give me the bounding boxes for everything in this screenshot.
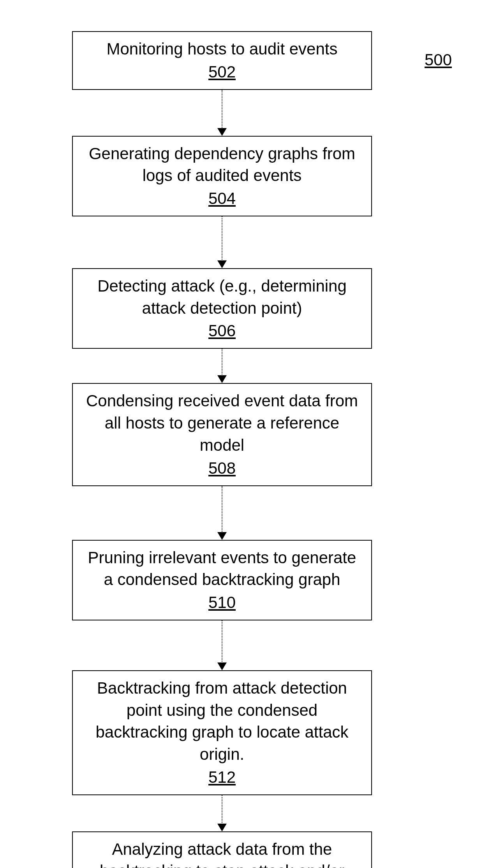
arrow-icon: [217, 216, 227, 268]
step-text: Condensing received event data from all …: [85, 390, 360, 456]
arrow-icon: [217, 90, 227, 136]
step-text: Backtracking from attack detection point…: [85, 677, 360, 766]
arrow-icon: [217, 620, 227, 670]
step-502: Monitoring hosts to audit events 502: [72, 31, 372, 90]
flowchart-container: Monitoring hosts to audit events 502 Gen…: [72, 31, 372, 868]
step-text: Detecting attack (e.g., determining atta…: [85, 275, 360, 319]
step-number: 502: [208, 63, 236, 81]
arrow-head-icon: [217, 662, 227, 670]
arrow-head-icon: [217, 824, 227, 831]
arrow-icon: [217, 795, 227, 831]
figure-reference-number: 500: [425, 51, 452, 69]
arrow-head-icon: [217, 532, 227, 540]
step-number: 508: [208, 459, 236, 478]
arrow-shaft: [222, 795, 222, 824]
arrow-head-icon: [217, 260, 227, 268]
step-506: Detecting attack (e.g., determining atta…: [72, 268, 372, 349]
step-number: 512: [208, 768, 236, 787]
step-508: Condensing received event data from all …: [72, 383, 372, 486]
arrow-icon: [217, 349, 227, 383]
arrow-shaft: [222, 486, 222, 533]
step-504: Generating dependency graphs from logs o…: [72, 136, 372, 216]
step-512: Backtracking from attack detection point…: [72, 670, 372, 795]
arrow-shaft: [222, 620, 222, 663]
arrow-icon: [217, 486, 227, 540]
step-text: Generating dependency graphs from logs o…: [85, 143, 360, 187]
step-number: 506: [208, 322, 236, 340]
arrow-shaft: [222, 216, 222, 261]
step-text: Monitoring hosts to audit events: [85, 38, 360, 60]
step-number: 504: [208, 189, 236, 208]
step-text: Analyzing attack data from the backtrack…: [85, 838, 360, 868]
arrow-shaft: [222, 349, 222, 376]
step-number: 510: [208, 593, 236, 612]
arrow-head-icon: [217, 375, 227, 383]
step-514: Analyzing attack data from the backtrack…: [72, 831, 372, 868]
arrow-head-icon: [217, 128, 227, 136]
arrow-shaft: [222, 90, 222, 129]
step-510: Pruning irrelevant events to generate a …: [72, 540, 372, 620]
step-text: Pruning irrelevant events to generate a …: [85, 547, 360, 591]
